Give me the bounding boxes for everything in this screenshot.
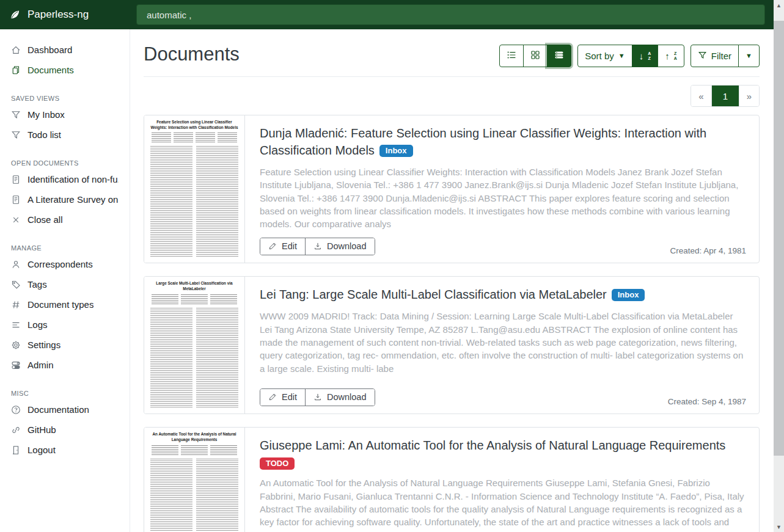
document-card: Feature Selection using Linear Classifie… bbox=[144, 115, 760, 263]
file-text-icon bbox=[11, 195, 21, 205]
sidebar-item-label: Correspondents bbox=[27, 259, 93, 269]
sidebar-item-open-doc-2[interactable]: A Literature Survey on ... bbox=[0, 189, 130, 210]
filter-dropdown-button[interactable]: ▼ bbox=[738, 45, 760, 67]
card-footer: Edit Download Created: Sep 4, 1987 bbox=[260, 381, 746, 406]
sidebar-item-documents[interactable]: Documents bbox=[0, 60, 130, 80]
sidebar-item-label: Todo list bbox=[27, 129, 61, 140]
sidebar-item-logout[interactable]: Logout bbox=[0, 440, 130, 460]
sidebar-item-label: Logout bbox=[27, 445, 56, 455]
document-thumbnail[interactable]: Large Scale Multi-Label Classification v… bbox=[144, 277, 245, 414]
sidebar-item-label: Admin bbox=[27, 360, 54, 370]
sidebar-item-open-doc-1[interactable]: Identification of non-fu... bbox=[0, 169, 130, 189]
sidebar-item-label: Settings bbox=[27, 340, 60, 350]
sidebar-item-label: My Inbox bbox=[27, 109, 65, 120]
sidebar-item-label: A Literature Survey on ... bbox=[27, 194, 119, 205]
edit-button[interactable]: Edit bbox=[260, 389, 305, 406]
sidebar-item-dashboard[interactable]: Dashboard bbox=[0, 40, 130, 60]
sidebar-item-document-types[interactable]: Document types bbox=[0, 294, 130, 315]
sort-by-button[interactable]: Sort by ▼ bbox=[577, 45, 632, 67]
question-circle-icon bbox=[11, 405, 21, 415]
document-excerpt: Feature Selection using Linear Classifie… bbox=[260, 166, 746, 230]
sidebar-item-label: Documents bbox=[27, 65, 74, 75]
document-excerpt: WWW 2009 MADRID! Track: Data Mining / Se… bbox=[260, 310, 746, 374]
pencil-icon bbox=[268, 242, 277, 250]
search-input[interactable] bbox=[136, 4, 765, 25]
document-thumbnail[interactable]: An Automatic Tool for the Analysis of Na… bbox=[144, 428, 245, 532]
sidebar-item-settings[interactable]: Settings bbox=[0, 335, 130, 355]
document-title-link[interactable]: Dunja Mladenić: Feature Selection using … bbox=[260, 125, 746, 159]
funnel-icon bbox=[11, 130, 21, 140]
card-body: Lei Tang: Large Scale Multi-Label Classi… bbox=[245, 277, 759, 414]
page-header: Documents Sort by ▼ ↓ bbox=[144, 42, 760, 67]
sort-descending-button[interactable]: ↑ ZA bbox=[658, 45, 684, 67]
grid-view-button[interactable] bbox=[523, 45, 548, 67]
scrollbar-thumb[interactable] bbox=[774, 21, 784, 456]
thumbnail-paper: An Automatic Tool for the Analysis of Na… bbox=[147, 431, 242, 532]
next-page-button[interactable]: » bbox=[739, 86, 759, 106]
chevron-down-icon: ▼ bbox=[746, 53, 752, 59]
pencil-icon bbox=[268, 393, 277, 401]
brand[interactable]: Paperless-ng bbox=[0, 9, 130, 21]
file-text-icon bbox=[11, 175, 21, 184]
sidebar-item-label: Logs bbox=[27, 319, 48, 330]
home-icon bbox=[11, 45, 21, 55]
filter-label: Filter bbox=[711, 51, 731, 61]
top-navbar: Paperless-ng bbox=[0, 0, 774, 29]
misc-heading: MISC bbox=[0, 390, 130, 397]
alpha-az-icon: AZ bbox=[648, 51, 651, 60]
sidebar-item-label: Documentation bbox=[27, 404, 89, 415]
download-label: Download bbox=[327, 392, 367, 402]
search-wrap bbox=[130, 4, 774, 25]
sidebar-item-label: Dashboard bbox=[27, 45, 72, 55]
card-body: Dunja Mladenić: Feature Selection using … bbox=[245, 115, 759, 263]
sort-ascending-button[interactable]: ↓ AZ bbox=[632, 45, 659, 67]
details-icon bbox=[554, 50, 564, 62]
sidebar-item-close-all[interactable]: Close all bbox=[0, 210, 130, 230]
document-thumbnail[interactable]: Feature Selection using Linear Classifie… bbox=[144, 115, 245, 263]
sidebar-item-admin[interactable]: Admin bbox=[0, 355, 130, 375]
document-title-link[interactable]: Lei Tang: Large Scale Multi-Label Classi… bbox=[260, 286, 746, 303]
sidebar-item-label: Close all bbox=[27, 214, 63, 225]
funnel-icon bbox=[11, 110, 21, 120]
document-title-link[interactable]: Giuseppe Lami: An Automatic Tool for the… bbox=[260, 437, 746, 454]
download-button[interactable]: Download bbox=[305, 389, 375, 406]
details-view-button[interactable] bbox=[547, 45, 571, 67]
prev-page-button[interactable]: « bbox=[691, 86, 711, 106]
sidebar-item-github[interactable]: GitHub bbox=[0, 420, 130, 440]
grid-icon bbox=[530, 50, 540, 62]
toolbar: Sort by ▼ ↓ AZ ↑ ZA Filter ▼ bbox=[499, 45, 760, 67]
thumbnail-text-columns bbox=[150, 459, 238, 532]
scrollbar-up-arrow[interactable]: ▲ bbox=[774, 0, 784, 10]
page-scrollbar[interactable]: ▲ ▼ bbox=[774, 0, 784, 532]
sidebar-item-label: Tags bbox=[27, 279, 47, 290]
arrow-down-icon: ↓ bbox=[639, 51, 644, 61]
close-icon bbox=[11, 215, 21, 225]
toggles-icon bbox=[11, 360, 21, 370]
thumbnail-title: An Automatic Tool for the Analysis of Na… bbox=[150, 432, 238, 442]
main-content: Documents Sort by ▼ ↓ bbox=[130, 29, 774, 532]
thumbnail-authors bbox=[152, 445, 237, 455]
card-footer: Edit Download Created: Apr 4, 1981 bbox=[260, 230, 746, 255]
filter-group: Filter ▼ bbox=[691, 45, 760, 67]
filter-button[interactable]: Filter bbox=[691, 45, 739, 67]
todo-badge: TODO bbox=[260, 457, 295, 470]
scrollbar-down-arrow[interactable]: ▼ bbox=[774, 522, 784, 532]
sidebar-item-correspondents[interactable]: Correspondents bbox=[0, 254, 130, 274]
list-view-button[interactable] bbox=[499, 45, 524, 67]
brand-name: Paperless-ng bbox=[27, 9, 89, 21]
download-button[interactable]: Download bbox=[305, 238, 375, 255]
document-excerpt: An Automatic Tool for the Analysis of Na… bbox=[260, 476, 746, 532]
sidebar-item-tags[interactable]: Tags bbox=[0, 274, 130, 294]
edit-button[interactable]: Edit bbox=[260, 238, 305, 255]
tag-icon bbox=[11, 280, 21, 290]
sidebar-item-logs[interactable]: Logs bbox=[0, 315, 130, 335]
open-documents-heading: OPEN DOCUMENTS bbox=[0, 159, 130, 167]
sidebar-item-documentation[interactable]: Documentation bbox=[0, 399, 130, 420]
funnel-icon bbox=[698, 51, 707, 62]
sidebar-item-label: Document types bbox=[27, 299, 93, 310]
sidebar-item-my-inbox[interactable]: My Inbox bbox=[0, 104, 130, 125]
page-1-button[interactable]: 1 bbox=[711, 86, 739, 106]
card-body: Giuseppe Lami: An Automatic Tool for the… bbox=[245, 428, 759, 532]
saved-views-heading: SAVED VIEWS bbox=[0, 95, 130, 102]
sidebar-item-todo-list[interactable]: Todo list bbox=[0, 125, 130, 145]
